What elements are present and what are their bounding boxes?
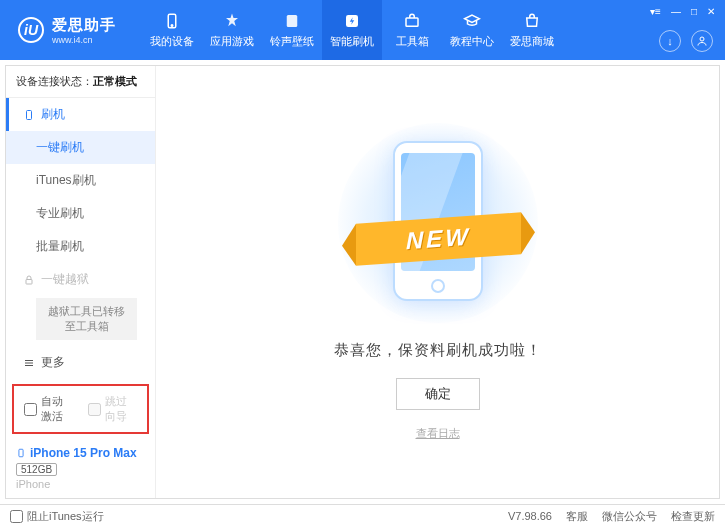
storage-badge: 512GB [16, 463, 57, 476]
footer-wechat[interactable]: 微信公众号 [602, 509, 657, 524]
tutorials-icon [463, 12, 481, 30]
nav-tutorials[interactable]: 教程中心 [442, 0, 502, 60]
sidebar-item-oneclick-flash[interactable]: 一键刷机 [6, 131, 155, 164]
app-title: 爱思助手 [52, 16, 116, 35]
options-highlighted-box: 自动激活 跳过向导 [12, 384, 149, 434]
nav-ringtones[interactable]: 铃声壁纸 [262, 0, 322, 60]
main-content: NEW 恭喜您，保资料刷机成功啦！ 确定 查看日志 [156, 66, 719, 498]
logo-area: iU 爱思助手 www.i4.cn [0, 16, 134, 45]
sidebar-item-batch-flash[interactable]: 批量刷机 [6, 230, 155, 263]
device-info: iPhone 15 Pro Max 512GB iPhone [6, 438, 155, 498]
user-button[interactable] [691, 30, 713, 52]
sidebar-item-other-tools[interactable]: 其他工具 [6, 379, 155, 380]
window-controls: ▾≡ — □ ✕ [650, 6, 715, 17]
more-icon [23, 357, 35, 369]
block-itunes-checkbox[interactable]: 阻止iTunes运行 [10, 509, 104, 524]
view-log-link[interactable]: 查看日志 [416, 426, 460, 441]
app-url: www.i4.cn [52, 35, 116, 45]
jailbreak-note: 越狱工具已转移至工具箱 [36, 298, 137, 340]
main-nav: 我的设备 应用游戏 铃声壁纸 智能刷机 工具箱 教程中心 爱思商城 [142, 0, 562, 60]
minimize-icon[interactable]: — [671, 6, 681, 17]
menu-icon[interactable]: ▾≡ [650, 6, 661, 17]
success-message: 恭喜您，保资料刷机成功啦！ [334, 341, 542, 360]
success-illustration: NEW [338, 123, 538, 323]
auto-activate-checkbox[interactable]: 自动激活 [24, 394, 74, 424]
device-name[interactable]: iPhone 15 Pro Max [16, 446, 145, 460]
skip-setup-checkbox[interactable]: 跳过向导 [88, 394, 138, 424]
nav-toolbox[interactable]: 工具箱 [382, 0, 442, 60]
device-icon [163, 12, 181, 30]
footer-support[interactable]: 客服 [566, 509, 588, 524]
svg-rect-6 [27, 110, 32, 119]
nav-apps[interactable]: 应用游戏 [202, 0, 262, 60]
svg-rect-7 [26, 279, 32, 284]
footer-update[interactable]: 检查更新 [671, 509, 715, 524]
toolbox-icon [403, 12, 421, 30]
flash-section-icon [23, 109, 35, 121]
ringtone-icon [283, 12, 301, 30]
svg-rect-4 [406, 18, 418, 26]
ok-button[interactable]: 确定 [396, 378, 480, 410]
nav-flash[interactable]: 智能刷机 [322, 0, 382, 60]
sidebar-section-flash[interactable]: 刷机 [6, 98, 155, 131]
nav-store[interactable]: 爱思商城 [502, 0, 562, 60]
svg-rect-11 [19, 449, 23, 457]
sidebar: 设备连接状态：正常模式 刷机 一键刷机 iTunes刷机 专业刷机 批量刷机 一… [6, 66, 156, 498]
apps-icon [223, 12, 241, 30]
footer-bar: 阻止iTunes运行 V7.98.66 客服 微信公众号 检查更新 [0, 504, 725, 527]
maximize-icon[interactable]: □ [691, 6, 697, 17]
sidebar-item-itunes-flash[interactable]: iTunes刷机 [6, 164, 155, 197]
device-type: iPhone [16, 478, 145, 490]
nav-my-device[interactable]: 我的设备 [142, 0, 202, 60]
phone-icon [16, 446, 26, 460]
svg-rect-2 [287, 15, 298, 27]
svg-point-1 [171, 24, 173, 26]
download-button[interactable]: ↓ [659, 30, 681, 52]
sidebar-item-pro-flash[interactable]: 专业刷机 [6, 197, 155, 230]
svg-point-5 [700, 37, 704, 41]
sidebar-section-more[interactable]: 更多 [6, 346, 155, 379]
logo-icon: iU [18, 17, 44, 43]
flash-icon [343, 12, 361, 30]
close-icon[interactable]: ✕ [707, 6, 715, 17]
version-label: V7.98.66 [508, 510, 552, 522]
lock-icon [23, 274, 35, 286]
app-header: iU 爱思助手 www.i4.cn 我的设备 应用游戏 铃声壁纸 智能刷机 工具… [0, 0, 725, 60]
store-icon [523, 12, 541, 30]
sidebar-section-jailbreak: 一键越狱 [6, 263, 155, 296]
connection-status: 设备连接状态：正常模式 [6, 66, 155, 98]
